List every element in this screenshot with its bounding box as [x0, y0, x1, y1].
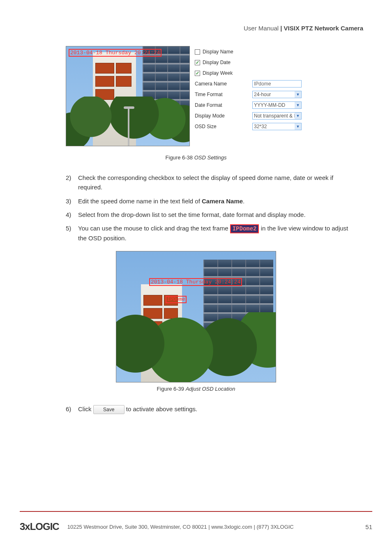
step-number: 3)	[66, 196, 78, 206]
time-format-label: Time Format	[195, 92, 252, 97]
display-mode-value: Not transparent & Not flash	[254, 113, 300, 119]
step-number: 6)	[66, 404, 78, 414]
display-mode-select[interactable]: Not transparent & Not flash ▼	[252, 112, 302, 120]
osd-name-overlay[interactable]: IPDome	[166, 296, 187, 303]
time-format-select[interactable]: 24-hour ▼	[252, 91, 302, 98]
step-number: 4)	[66, 210, 78, 219]
osd-timestamp-overlay[interactable]: 2013-04-18 Thursday 20:24:24	[69, 49, 161, 57]
camera-name-field[interactable]	[252, 80, 302, 88]
display-week-label: Display Week	[203, 70, 233, 76]
video-preview: 2013-04-18 Thursday 20:24:24	[66, 46, 190, 146]
display-week-checkbox[interactable]: ✓	[195, 71, 200, 76]
step-number: 2)	[66, 173, 78, 192]
figure-caption-1: Figure 6-38 OSD Settings	[29, 154, 363, 161]
display-name-checkbox[interactable]	[195, 49, 200, 55]
display-date-label: Display Date	[203, 60, 231, 65]
footer-address: 10225 Westmoor Drive, Suite 300, Westmin…	[67, 524, 357, 530]
osd-timestamp-overlay[interactable]: 2013-04-18 Thursday 20:24:24	[149, 278, 242, 286]
header-product: | VISIX PTZ Network Camera	[280, 25, 363, 32]
camera-name-label: Camera Name	[195, 81, 252, 87]
display-name-label: Display Name	[203, 49, 233, 55]
save-button[interactable]: Save	[93, 405, 125, 414]
step-text: You can use the mouse to click and drag …	[78, 223, 351, 243]
page-footer: 3xLOGIC 10225 Westmoor Drive, Suite 300,…	[20, 521, 372, 532]
osd-name-chip: IPDome2	[230, 224, 259, 233]
step-text: Check the corresponding checkbox to sele…	[78, 173, 351, 192]
display-mode-label: Display Mode	[195, 113, 252, 119]
time-format-value: 24-hour	[254, 92, 271, 97]
osd-size-value: 32*32	[254, 124, 267, 129]
osd-settings-screenshot: 2013-04-18 Thursday 20:24:24 Display Nam…	[29, 46, 363, 146]
osd-size-select[interactable]: 32*32 ▼	[252, 123, 302, 130]
date-format-label: Date Format	[195, 102, 252, 108]
osd-settings-form: Display Name ✓ Display Date ✓ Display We…	[195, 46, 302, 146]
page-header: User Manual | VISIX PTZ Network Camera	[29, 25, 363, 32]
figure-caption-2: Figure 6-39 Adjust OSD Location	[29, 386, 363, 392]
date-format-value: YYYY-MM-DD	[254, 102, 285, 108]
step-text: Click Save to activate above settings.	[78, 404, 351, 414]
step-number: 5)	[66, 223, 78, 243]
chevron-down-icon: ▼	[295, 123, 301, 130]
display-date-checkbox[interactable]: ✓	[195, 60, 200, 65]
chevron-down-icon: ▼	[295, 102, 301, 108]
osd-size-label: OSD Size	[195, 124, 252, 129]
footer-divider	[20, 511, 372, 512]
video-preview-large: 2013-04-18 Thursday 20:24:24 IPDome	[116, 251, 276, 382]
instructions-list: 2) Check the corresponding checkbox to s…	[29, 173, 363, 243]
date-format-select[interactable]: YYYY-MM-DD ▼	[252, 101, 302, 109]
page-number: 51	[365, 523, 372, 530]
chevron-down-icon: ▼	[295, 91, 301, 98]
instructions-list-2: 6) Click Save to activate above settings…	[29, 404, 363, 414]
header-left: User Manual	[244, 25, 279, 32]
step-text: Edit the speed dome name in the text fie…	[78, 196, 351, 206]
brand-logo: 3xLOGIC	[20, 521, 59, 532]
step-text: Select from the drop-down list to set th…	[78, 210, 351, 219]
chevron-down-icon: ▼	[295, 113, 301, 119]
